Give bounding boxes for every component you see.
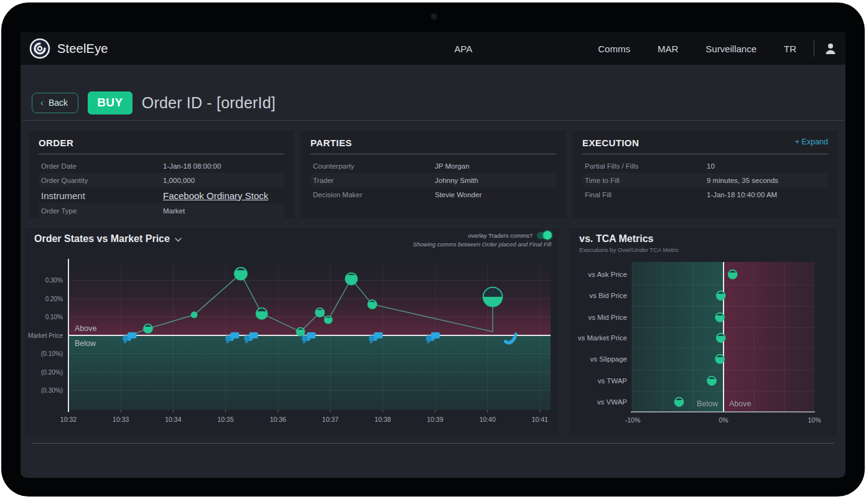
order-rows: Order Date1-Jan-18 08:00:00Order Quantit… bbox=[39, 159, 284, 218]
chevron-down-icon[interactable] bbox=[175, 238, 182, 242]
panel-row: Order Date1-Jan-18 08:00:00 bbox=[39, 159, 284, 173]
above-label: Above bbox=[729, 399, 751, 408]
execution-rows: Partial Fills / Fills10Time to Fill9 min… bbox=[582, 159, 828, 202]
panel-underline bbox=[310, 154, 556, 154]
y-tick-label: (0.20%) bbox=[41, 369, 63, 376]
order-states-chart-title: Order States vs Market Price bbox=[34, 233, 170, 245]
x-tick-label: 10:37 bbox=[322, 416, 338, 423]
tca-row-label: vs VWAP bbox=[597, 398, 627, 406]
tca-row-label: vs TWAP bbox=[598, 377, 628, 385]
nav-item-apa[interactable]: APA bbox=[454, 44, 472, 54]
y-tick-label: 0.10% bbox=[45, 314, 63, 320]
row-label: Trader bbox=[313, 177, 435, 184]
overlay-comms-toggle[interactable] bbox=[537, 232, 551, 239]
parties-panel-title: PARTIES bbox=[310, 138, 556, 148]
x-tick-label: 0% bbox=[719, 416, 728, 424]
panel-row: Order Quantity1,000,000 bbox=[39, 173, 284, 187]
camera-dot bbox=[431, 13, 437, 20]
row-label: Final Fill bbox=[585, 191, 707, 198]
row-value: Stevie Wonder bbox=[435, 191, 482, 198]
row-value: Johnny Smith bbox=[435, 177, 478, 184]
x-tick-label: 10:32 bbox=[60, 416, 77, 423]
panel-row: Partial Fills / Fills10 bbox=[582, 159, 828, 173]
x-tick-label: 10:33 bbox=[113, 416, 129, 423]
row-label: Order Date bbox=[41, 162, 163, 170]
tca-chart-subtitle: Executions by Over/Under TCA Metric bbox=[579, 246, 679, 253]
x-tick-label: 10:34 bbox=[165, 416, 181, 423]
row-label: Decision Maker bbox=[313, 191, 435, 198]
x-tick-label: 10:39 bbox=[427, 416, 443, 423]
above-region bbox=[724, 262, 814, 412]
row-value: 9 minutes, 35 seconds bbox=[707, 177, 778, 184]
order-panel-title: ORDER bbox=[39, 138, 284, 148]
brand: SteelEye bbox=[21, 38, 108, 59]
x-tick-label: -10% bbox=[625, 416, 641, 424]
back-chevron-icon: ‹ bbox=[40, 98, 44, 107]
row-label: Counterparty bbox=[313, 162, 435, 170]
execution-panel-title: EXECUTION bbox=[582, 138, 828, 148]
row-label: Order Quantity bbox=[41, 177, 163, 184]
panel-row: Time to Fill9 minutes, 35 seconds bbox=[582, 173, 828, 187]
brand-name: SteelEye bbox=[57, 42, 108, 56]
overlay-toggle-label: overlay Traders comms? bbox=[468, 232, 533, 239]
panel-row: Final Fill1-Jan-18 10:40:00 AM bbox=[582, 187, 828, 202]
nav-item-mar[interactable]: MAR bbox=[658, 44, 678, 54]
row-value: 1-Jan-18 08:00:00 bbox=[163, 162, 221, 170]
tca-chart-panel: vs. TCA Metrics Executions by Over/Under… bbox=[569, 227, 837, 436]
tca-chart: vs Ask Pricevs Bid Pricevs Mid Pricevs M… bbox=[569, 228, 837, 436]
tca-chart-title: vs. TCA Metrics bbox=[579, 233, 679, 245]
x-tick-label: 10:40 bbox=[479, 416, 495, 423]
order-states-chart-panel: Order States vs Market Price overlay Tra… bbox=[25, 227, 559, 436]
steeleye-logo-icon bbox=[29, 38, 50, 59]
app-screen: SteelEye APACommsMARSurveillanceTR ‹ Bac… bbox=[21, 32, 845, 478]
x-tick-label: 10:35 bbox=[217, 416, 233, 423]
nav-item-surveillance[interactable]: Surveillance bbox=[705, 44, 757, 54]
row-label: Time to Fill bbox=[585, 177, 707, 184]
order-panel: ORDER Order Date1-Jan-18 08:00:00Order Q… bbox=[29, 129, 294, 218]
bottom-divider bbox=[32, 443, 834, 444]
header-divider bbox=[22, 120, 844, 121]
row-value: Market bbox=[163, 207, 185, 215]
instrument-link[interactable]: Facebook Ordinary Stock bbox=[163, 190, 268, 201]
row-value: 1,000,000 bbox=[163, 177, 195, 184]
parties-panel: PARTIES CounterpartyJP MorganTraderJohnn… bbox=[300, 129, 566, 218]
overlay-note: Showing comms between Order placed and F… bbox=[413, 241, 551, 248]
page-header: ‹ Back BUY Order ID - [orderId] bbox=[32, 91, 276, 114]
nav-item-comms[interactable]: Comms bbox=[598, 44, 630, 54]
nav-item-tr[interactable]: TR bbox=[784, 44, 796, 54]
y-tick-label: 0.20% bbox=[45, 296, 63, 302]
tca-row-label: vs Slippage bbox=[590, 355, 627, 363]
order-states-chart: 0.30%0.20%0.10%Market Price(0.10%)(0.20%… bbox=[25, 228, 559, 436]
x-tick-label: 10:41 bbox=[532, 416, 548, 423]
panel-underline bbox=[39, 154, 284, 154]
navbar: SteelEye APACommsMARSurveillanceTR bbox=[21, 32, 845, 65]
toggle-knob bbox=[543, 231, 552, 240]
row-value: JP Morgan bbox=[435, 162, 469, 170]
tca-row-label: vs Market Price bbox=[578, 334, 627, 342]
panel-row: CounterpartyJP Morgan bbox=[310, 159, 556, 173]
above-label: Above bbox=[75, 324, 96, 333]
tca-row-label: vs Ask Price bbox=[588, 271, 627, 278]
below-region bbox=[69, 335, 551, 410]
x-tick-label: 10:36 bbox=[270, 416, 286, 423]
x-tick-label: 10% bbox=[808, 416, 821, 424]
expand-link[interactable]: + Expand bbox=[795, 138, 828, 146]
page-title: Order ID - [orderId] bbox=[142, 94, 276, 112]
panel-row: Decision MakerStevie Wonder bbox=[310, 187, 556, 202]
y-tick-label: (0.10%) bbox=[41, 350, 63, 357]
tca-row-label: vs Mid Price bbox=[588, 314, 627, 321]
row-label: Partial Fills / Fills bbox=[585, 162, 707, 170]
x-tick-label: 10:38 bbox=[375, 416, 391, 423]
panel-row: InstrumentFacebook Ordinary Stock bbox=[39, 187, 284, 203]
row-label: Instrument bbox=[41, 190, 163, 201]
y-tick-label: (0.30%) bbox=[41, 387, 63, 394]
row-value: 10 bbox=[707, 162, 715, 170]
nav-divider bbox=[814, 40, 814, 57]
row-label: Order Type bbox=[41, 207, 163, 215]
below-label: Below bbox=[75, 339, 96, 348]
overlay-controls: overlay Traders comms? Showing comms bet… bbox=[413, 232, 551, 248]
back-button[interactable]: ‹ Back bbox=[32, 93, 78, 113]
below-region bbox=[632, 262, 724, 412]
user-avatar-icon[interactable] bbox=[824, 42, 837, 55]
parties-rows: CounterpartyJP MorganTraderJohnny SmithD… bbox=[310, 159, 556, 202]
